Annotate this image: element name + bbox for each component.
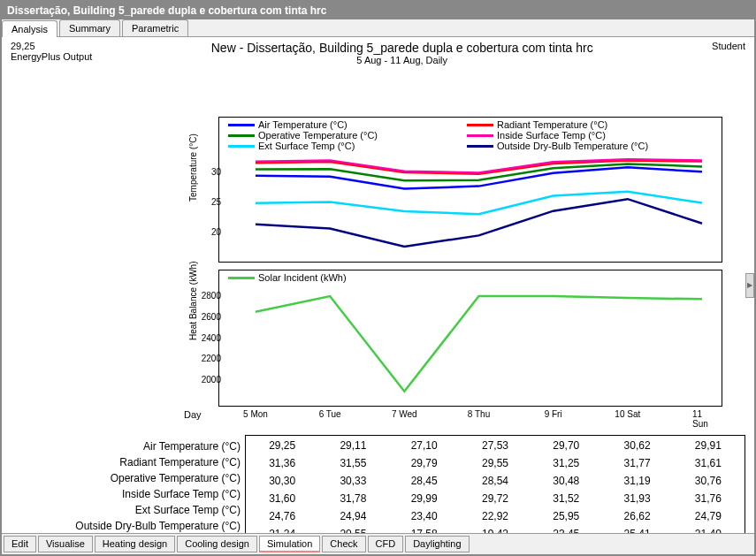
y-tick: 30	[211, 166, 221, 176]
table-cell: 21,40	[674, 526, 743, 533]
legend-item: Inside Surface Temp (°C)	[467, 130, 688, 141]
table-cell: 31,93	[602, 491, 671, 506]
table-cell: 31,61	[674, 455, 743, 471]
heat-plot	[225, 285, 716, 395]
table-cell: 24,76	[248, 508, 317, 524]
legend-swatch-icon	[467, 145, 493, 148]
y-tick: 2600	[202, 311, 221, 321]
table-cell: 29,70	[531, 438, 600, 453]
y-tick: 2200	[202, 354, 221, 363]
bottom-tab-edit[interactable]: Edit	[4, 536, 36, 552]
tabs-top: AnalysisSummaryParametric	[2, 19, 754, 37]
legend-label: Inside Surface Temp (°C)	[497, 130, 606, 141]
table-cell: 31,25	[531, 455, 600, 471]
row-header: Operative Temperature (°C)	[11, 470, 241, 486]
row-header: Inside Surface Temp (°C)	[11, 486, 241, 502]
legend-swatch-icon	[228, 277, 255, 279]
bottom-tab-visualise[interactable]: Visualise	[38, 536, 93, 552]
table-cell: 30,33	[318, 473, 387, 489]
expand-handle-icon[interactable]	[745, 273, 754, 298]
table-cell: 17,58	[390, 526, 459, 533]
table-cell: 31,78	[318, 491, 387, 506]
x-axis-label: Day	[184, 409, 202, 420]
table-cell: 20,55	[318, 526, 387, 533]
table-row: 30,3030,3328,4528,5430,4831,1930,76	[248, 473, 743, 489]
table-cell: 23,40	[390, 508, 459, 524]
legend-item: Operative Temperature (°C)	[228, 130, 449, 141]
table-cell: 30,30	[248, 473, 317, 489]
x-tick: 5 Mon	[243, 409, 268, 419]
table-cell: 26,62	[602, 508, 671, 524]
row-header: Air Temperature (°C)	[11, 438, 241, 454]
table-cell: 22,92	[461, 508, 530, 524]
chart-area: Air Temperature (°C)Radiant Temperature …	[218, 117, 722, 407]
table-cell: 19,42	[461, 526, 530, 533]
y-tick: 2000	[202, 375, 221, 385]
legend-item: Radiant Temperature (°C)	[467, 119, 688, 130]
table-cell: 31,19	[602, 473, 671, 489]
table-cell: 29,55	[461, 455, 530, 471]
row-header: Ext Surface Temp (°C)	[11, 502, 241, 518]
bottom-tab-simulation[interactable]: Simulation	[259, 536, 320, 552]
legend-label: Solar Incident (kWh)	[258, 272, 347, 283]
table-cell: 27,53	[461, 438, 530, 453]
legend-label: Air Temperature (°C)	[258, 119, 347, 130]
y-tick: 2800	[202, 290, 221, 300]
table-cell: 24,79	[674, 508, 743, 524]
row-header: Outside Dry-Bulb Temperature (°C)	[11, 518, 241, 533]
page-subtitle: 5 Aug - 11 Aug, Daily	[211, 55, 593, 65]
corner-value: 29,25	[11, 41, 92, 51]
legend-item: Solar Incident (kWh)	[228, 272, 449, 283]
temperature-ylabel: Temperature (°C)	[188, 133, 198, 202]
table-row: 31,6031,7829,9929,7231,5231,9331,76	[248, 491, 743, 506]
legend-item: Ext Surface Temp (°C)	[228, 141, 449, 151]
table-cell: 27,10	[390, 438, 459, 453]
table-cell: 31,76	[674, 491, 743, 506]
bottom-tab-cooling-design[interactable]: Cooling design	[177, 536, 257, 552]
table-cell: 31,52	[531, 491, 600, 506]
table-cell: 31,77	[602, 455, 671, 471]
legend-label: Outside Dry-Bulb Temperature (°C)	[497, 141, 648, 151]
table-cell: 29,91	[674, 438, 743, 453]
row-header: Radiant Temperature (°C)	[11, 454, 241, 470]
table-cell: 24,94	[318, 508, 387, 524]
bottom-tab-cfd[interactable]: CFD	[368, 536, 404, 552]
table-cell: 28,45	[390, 473, 459, 489]
x-tick: 10 Sat	[615, 409, 640, 419]
table-cell: 23,45	[531, 526, 600, 533]
table-cell: 29,11	[318, 438, 387, 453]
table-cell: 25,95	[531, 508, 600, 524]
table-cell: 21,24	[248, 526, 317, 533]
tab-analysis[interactable]: Analysis	[2, 20, 57, 37]
table-cell: 29,25	[248, 438, 317, 453]
table-cell: 29,99	[390, 491, 459, 506]
series-line	[256, 192, 702, 214]
legend-swatch-icon	[228, 124, 255, 126]
table-row: 29,2529,1127,1027,5329,7030,6229,91	[248, 438, 743, 453]
table-row: 24,7624,9423,4022,9225,9526,6224,79	[248, 508, 743, 524]
table-cell: 29,79	[390, 455, 459, 471]
bottom-tab-daylighting[interactable]: Daylighting	[405, 536, 469, 552]
table-cell: 31,55	[318, 455, 387, 471]
heat-balance-chart: Solar Incident (kWh) Heat Balance (kWh) …	[218, 270, 722, 407]
y-tick: 2400	[202, 332, 221, 342]
legend-item: Outside Dry-Bulb Temperature (°C)	[467, 141, 688, 151]
series-line	[256, 296, 702, 392]
data-table: Air Temperature (°C)Radiant Temperature …	[11, 435, 745, 533]
legend-item: Air Temperature (°C)	[228, 119, 449, 130]
heat-legend: Solar Incident (kWh)	[219, 270, 722, 285]
bottom-tab-heating-design[interactable]: Heating design	[95, 536, 175, 552]
legend-swatch-icon	[467, 134, 493, 137]
window-titlebar: Dissertação, Building 5_parede dupla e c…	[2, 2, 754, 19]
x-tick: 6 Tue	[319, 409, 341, 419]
bottom-tab-check[interactable]: Check	[322, 536, 365, 552]
x-tick: 11 Sun	[692, 409, 712, 429]
x-tick: 9 Fri	[545, 409, 562, 419]
main-window: Dissertação, Building 5_parede dupla e c…	[0, 0, 756, 556]
legend-label: Operative Temperature (°C)	[258, 130, 378, 141]
tab-summary[interactable]: Summary	[59, 19, 120, 36]
tab-parametric[interactable]: Parametric	[122, 19, 188, 36]
table-row: 21,2420,5517,5819,4223,4525,4121,40	[248, 526, 743, 533]
header-right: Student	[712, 41, 745, 51]
x-tick: 8 Thu	[468, 409, 490, 419]
